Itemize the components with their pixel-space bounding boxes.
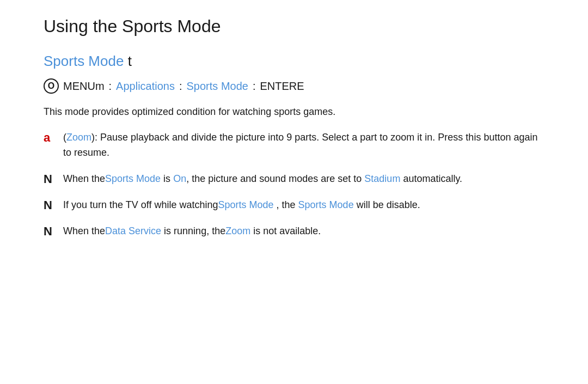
note-letter-1: N xyxy=(44,172,54,186)
note-text-1: When theSports Mode is On, the picture a… xyxy=(63,172,462,187)
section-heading-plain: t xyxy=(124,53,131,69)
separator-3: : xyxy=(253,80,256,93)
note-text-2: If you turn the TV off while watchingSpo… xyxy=(63,198,420,213)
note-item-0: a (Zoom): Pause playback and divide the … xyxy=(44,130,544,161)
note-letter-3: N xyxy=(44,224,54,239)
sports-mode-link: Sports Mode xyxy=(187,80,248,93)
note-text-0: (Zoom): Pause playback and divide the pi… xyxy=(63,130,544,161)
section-heading: Sports Mode t xyxy=(44,53,544,70)
note-text-3: When theData Service is running, theZoom… xyxy=(63,224,321,239)
separator-1: : xyxy=(109,80,112,93)
menu-label: MENUm xyxy=(63,80,105,93)
note-letter-0: a xyxy=(44,131,54,145)
note-item-3: NWhen theData Service is running, theZoo… xyxy=(44,224,544,239)
notes-container: a (Zoom): Pause playback and divide the … xyxy=(44,130,544,239)
separator-2: : xyxy=(179,80,182,93)
menu-path: O MENUm : Applications : Sports Mode : E… xyxy=(44,78,544,94)
note-letter-2: N xyxy=(44,198,54,212)
section-heading-blue: Sports Mode xyxy=(44,53,124,69)
applications-link: Applications xyxy=(116,80,175,93)
menu-icon-letter: O xyxy=(48,81,54,91)
note-item-1: NWhen theSports Mode is On, the picture … xyxy=(44,172,544,187)
description-text: This mode provides optimized condition f… xyxy=(44,105,544,119)
note-item-2: NIf you turn the TV off while watchingSp… xyxy=(44,198,544,213)
page-title: Using the Sports Mode xyxy=(44,16,544,36)
enter-label: ENTERE xyxy=(260,80,304,93)
menu-icon-circle: O xyxy=(44,78,59,94)
